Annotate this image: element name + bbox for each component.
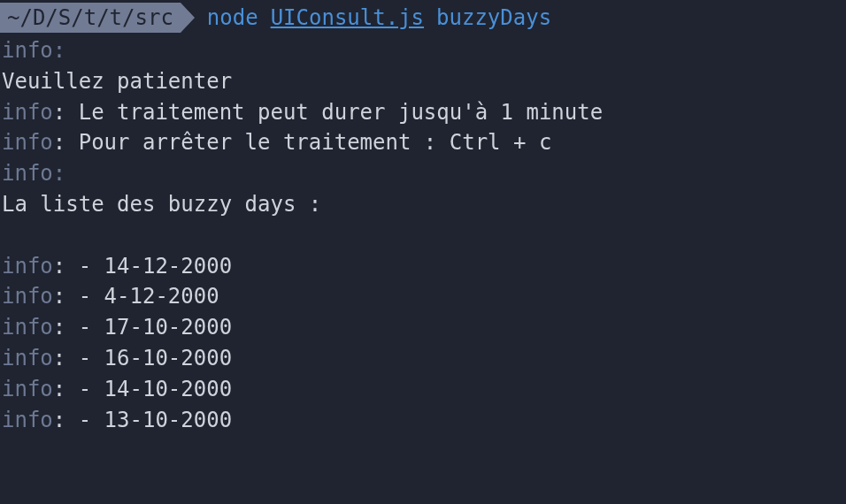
colon-sep: : [53, 315, 79, 340]
info-label: info [2, 100, 53, 125]
output-date: - 17-10-2000 [79, 315, 232, 340]
output-line: info: - 16-10-2000 [2, 343, 846, 374]
output-line: Veuillez patienter [2, 66, 846, 97]
info-label: info [2, 408, 53, 432]
output-date: - 4-12-2000 [79, 284, 219, 309]
output-line: La liste des buzzy days : [2, 189, 846, 220]
info-label: info [2, 315, 53, 340]
colon-sep: : [53, 100, 79, 125]
prompt-path: ~/D/S/t/t/src [0, 3, 181, 33]
output-line: info: - 17-10-2000 [2, 312, 846, 343]
command-file: UIConsult.js [271, 3, 424, 34]
output-line-blank [2, 220, 846, 251]
output-line: info: - 14-10-2000 [2, 374, 846, 405]
output-date: - 14-10-2000 [79, 377, 232, 401]
info-label: info [2, 161, 53, 186]
colon-sep: : [53, 254, 79, 279]
output-line: info: - 4-12-2000 [2, 281, 846, 312]
output-date: - 13-10-2000 [79, 408, 232, 432]
output-date: - 16-10-2000 [79, 346, 232, 370]
command-arg: buzzyDays [436, 3, 551, 34]
info-label: info [2, 254, 53, 279]
output-line: info: - 14-12-2000 [2, 251, 846, 282]
info-label: info [2, 38, 53, 63]
prompt-line: ~/D/S/t/t/src node UIConsult.js buzzyDay… [0, 0, 846, 35]
output-line: info: [2, 158, 846, 189]
prompt-arrow-icon [181, 3, 195, 33]
output-message: Pour arrêter le traitement : Ctrl + c [79, 130, 552, 155]
colon-sep: : [53, 408, 79, 432]
colon-sep: : [53, 284, 79, 309]
colon-sep: : [53, 346, 79, 370]
command-node: node [207, 3, 258, 34]
output-line: info: - 13-10-2000 [2, 405, 846, 436]
colon-sep: : [53, 377, 79, 401]
output-line: info: Pour arrêter le traitement : Ctrl … [2, 127, 846, 158]
colon: : [53, 161, 65, 186]
colon: : [53, 38, 65, 63]
output-date: - 14-12-2000 [79, 254, 232, 279]
info-label: info [2, 284, 53, 309]
colon-sep: : [53, 130, 79, 155]
output-message: Le traitement peut durer jusqu'à 1 minut… [79, 100, 603, 125]
info-label: info [2, 377, 53, 401]
info-label: info [2, 346, 53, 370]
output-line: info: [2, 35, 846, 66]
info-label: info [2, 130, 53, 155]
terminal-output: info: Veuillez patienter info: Le traite… [0, 35, 846, 435]
output-line: info: Le traitement peut durer jusqu'à 1… [2, 97, 846, 128]
